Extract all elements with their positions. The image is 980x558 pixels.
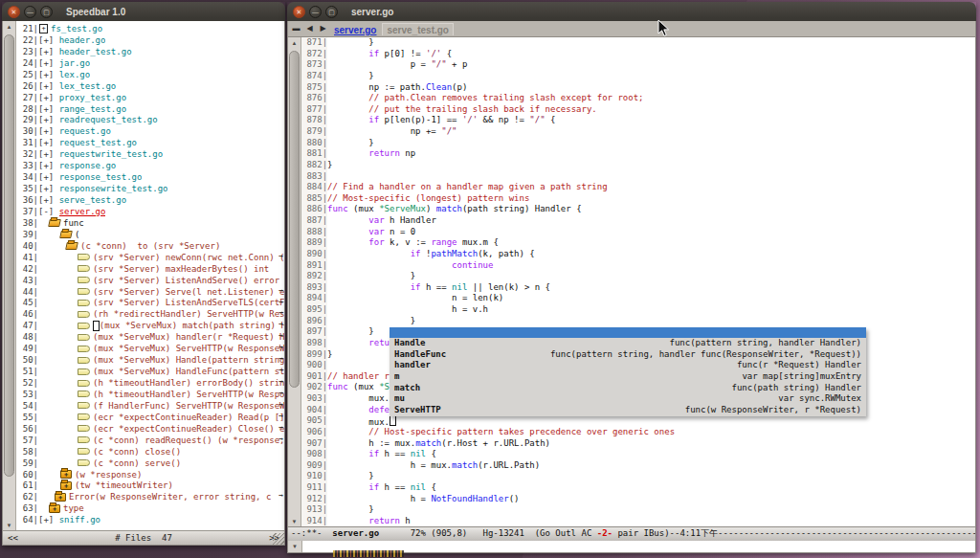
scroll-down-icon[interactable]: ▼ [4,520,15,530]
expand-icon[interactable]: [+] [38,195,54,205]
tab-back-icon[interactable]: ◀ [303,23,316,34]
code-line[interactable]: 914| return h [301,516,975,526]
speedbar-item[interactable]: 40|(c *conn) to (srv *Server) [16,240,284,252]
scroll-up-icon[interactable]: ▲ [4,21,15,32]
speedbar-item[interactable]: 55|(ecr *expectContinueReader) Read(p []… [16,412,284,423]
speedbar-item[interactable]: 28|[+] range_test.go [16,103,284,115]
speedbar-scrollbar[interactable]: ▲ ▼ [3,21,16,530]
autocomplete-candidate[interactable]: ServeHTTPfunc(w ResponseWriter, r *Reque… [390,405,866,416]
code-line[interactable]: 891| continue [301,260,975,272]
expand-icon[interactable]: [+] [38,172,54,182]
speedbar-item[interactable]: 25|[+] lex.go [16,69,284,80]
autocomplete-candidate[interactable]: muvar sync.RWMutex [390,393,866,405]
speedbar-item[interactable]: 33|[+] response.go [16,160,284,171]
code-line[interactable]: 874| } [301,71,975,82]
speedbar-item[interactable]: 32|[+] requestwrite_test.go [16,148,284,160]
expand-icon[interactable]: [+] [38,35,54,45]
expand-icon[interactable]: [+] [38,104,54,114]
speedbar-item[interactable]: 22|[+] header.go [16,34,284,46]
speedbar-item[interactable]: 50|(mux *ServeMux) Handle(pattern string… [16,354,284,366]
code-line[interactable]: 907| h := mux.match(r.Host + r.URL.Path) [301,438,975,450]
expand-icon[interactable]: [+] [38,93,54,102]
autocomplete-candidate[interactable]: handlerfunc(r *Request) Handler [390,360,866,371]
tab-serve_test.go[interactable]: serve_test.go [382,23,453,35]
close-icon[interactable]: ✕ [293,6,305,18]
code-line[interactable]: 912| h = NotFoundHandler() [301,494,975,505]
code-line[interactable]: 910| } [301,471,975,482]
expand-icon[interactable]: [+] [38,81,54,91]
autocomplete-selected-row[interactable] [390,327,866,339]
speedbar-item[interactable]: 58|(c *conn) close() [16,446,284,458]
speedbar-item[interactable]: 53|(h *timeoutHandler) ServeHTTP(w Respo… [16,389,284,400]
speedbar-item[interactable]: 38|func [16,217,284,229]
speedbar-item[interactable]: 29|[+] readrequest_test.go [16,115,284,126]
expand-icon[interactable]: [+] [38,47,54,56]
speedbar-item[interactable]: 34|[+] response_test.go [16,171,284,183]
code-area[interactable]: 871| } 872| if p[0] != '/' { 873| p = "/… [301,37,975,526]
editor-scroll-thumb[interactable] [289,51,300,388]
expand-icon[interactable]: [+] [38,138,54,147]
speedbar-item[interactable]: 45|(srv *Server) ListenAndServeTLS(certF… [16,298,284,309]
code-line[interactable]: 877| // put the trailing slash back if n… [301,104,975,116]
maximize-icon[interactable]: ▢ [40,6,53,18]
code-line[interactable]: 894| n = len(k) [301,293,975,304]
code-line[interactable]: 890| if !pathMatch(k, path) { [301,249,975,260]
code-line[interactable]: 893| if h == nil || len(k) > n { [301,282,975,294]
maximize-icon[interactable]: ▢ [325,6,338,18]
speedbar-item[interactable]: 41|(srv *Server) newConn(rwc net.Conn) (… [16,252,284,263]
expand-icon[interactable]: [+] [38,126,54,136]
scroll-down-icon[interactable]: ▼ [289,516,301,526]
code-line[interactable]: 871| } [301,37,975,49]
autocomplete-candidate[interactable]: Handlefunc(pattern string, handler Handl… [390,338,866,349]
expand-icon[interactable]: [+] [38,58,54,68]
speedbar-item[interactable]: 63|+type [16,502,284,514]
speedbar-item[interactable]: 36|[+] serve_test.go [16,194,284,206]
speedbar-item[interactable]: 49|(mux *ServeMux) ServeHTTP(w ResponseW… [16,343,284,354]
speedbar-item[interactable]: 39|( [16,229,284,240]
code-line[interactable]: 878| if p[len(p)-1] == '/' && np != "/" … [301,115,975,126]
code-line[interactable]: 888| var n = 0 [301,227,975,238]
speedbar-item[interactable]: 37|[-] server.go [16,206,284,217]
code-line[interactable]: 876| // path.Clean removes trailing slas… [301,93,975,104]
speedbar-item[interactable]: 44|(srv *Server) Serve(l net.Listener) e… [16,286,284,298]
close-icon[interactable]: ✕ [8,6,20,18]
code-line[interactable]: 889| for k, v := range mux.m { [301,237,975,249]
expand-icon[interactable]: [+] [38,70,54,79]
speedbar-item[interactable]: 51|(mux *ServeMux) HandleFunc(pattern st… [16,366,284,377]
speedbar-item[interactable]: 62|+Error(w ResponseWriter, error string… [16,491,284,502]
expand-icon[interactable]: [+] [38,184,54,193]
speedbar-item[interactable]: 54|(f HandlerFunc) ServeHTTP(w ResponseW… [16,400,284,412]
code-line[interactable]: 885|// Most-specific (longest) pattern w… [301,193,975,205]
code-line[interactable]: 911| if h == nil { [301,482,975,494]
tab-forward-icon[interactable]: ▶ [317,23,329,34]
speedbar-item[interactable]: 30|[+] request.go [16,125,284,137]
minimize-icon[interactable]: — [24,6,36,18]
speedbar-item[interactable]: 57|(c *conn) readRequest() (w *response,… [16,435,284,446]
speedbar-item[interactable]: 26|[+] lex_test.go [16,80,284,92]
code-line[interactable]: 879| np += "/" [301,126,975,138]
code-line[interactable]: 880| } [301,138,975,149]
speedbar-item[interactable]: 42|(srv *Server) maxHeaderBytes() int [16,263,284,275]
code-line[interactable]: 906| // Host-specific pattern takes prec… [301,427,975,438]
code-line[interactable]: 884|// Find a handler on a handler map g… [301,182,975,193]
collapse-icon[interactable]: [-] [38,207,54,216]
modeline[interactable]: --:**- server.go 72% (905,8) Hg-13241 (G… [288,526,975,541]
speedbar-item[interactable]: 61|+(tw *timeoutWriter) [16,480,284,492]
code-line[interactable]: 896| } [301,316,975,327]
tabbar-collapse-icon[interactable]: ▬ [290,23,302,34]
speedbar-item[interactable]: 31|[+] request_test.go [16,137,284,148]
expand-icon[interactable]: [+] [38,149,54,159]
speedbar-page-left[interactable]: << [8,533,18,543]
speedbar-item[interactable]: 59|(c *conn) serve() [16,458,284,469]
editor-scrollbar[interactable]: ▲ ▼ [288,37,301,526]
speedbar-item[interactable]: 21|+fs_test.go [16,23,284,34]
speedbar-item[interactable]: 60|+(w *response) [16,469,284,480]
code-line[interactable]: 905| mux. [301,415,975,427]
code-line[interactable]: 875| np := path.Clean(p) [301,82,975,94]
expand-icon[interactable]: [+] [38,161,54,170]
expand-icon[interactable]: [+] [38,515,54,525]
editor-titlebar[interactable]: ✕ — ▢ server.go [287,2,976,22]
code-line[interactable]: 908| if h == nil { [301,449,975,460]
code-line[interactable]: 892| } [301,271,975,282]
code-line[interactable]: 881| return np [301,148,975,160]
